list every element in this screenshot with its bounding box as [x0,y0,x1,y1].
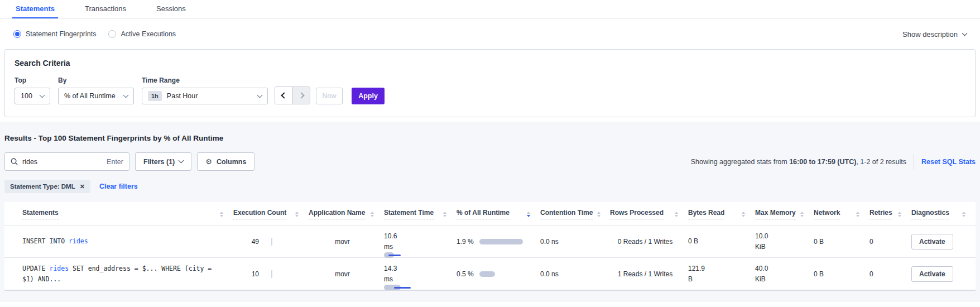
table-name-link[interactable]: rides [49,265,69,272]
application-name-cell: movr [309,232,384,251]
sort-icon[interactable] [597,212,601,217]
application-name-cell: movr [309,265,384,284]
header-max-memory[interactable]: Max Memory [755,202,814,225]
header-diagnostics[interactable]: Diagnostics [911,202,976,225]
max-memory-cell: 40.0 KiB [755,258,814,290]
sort-icon[interactable] [443,212,446,217]
enter-hint: Enter [107,158,123,166]
search-input[interactable] [22,158,89,166]
chevron-down-icon [257,92,263,98]
radio-label: Statement Fingerprints [26,30,96,38]
now-button[interactable]: Now [316,88,343,104]
by-value: % of All Runtime [64,92,116,100]
sort-icon[interactable] [675,212,678,217]
columns-label: Columns [217,158,246,166]
gear-icon: ⚙ [205,157,212,166]
radio-selected-icon [13,30,21,38]
diagnostics-cell: Activate [911,228,976,255]
sort-icon[interactable] [295,212,299,217]
aggregated-stats-text: Showing aggregated stats from 16:00 to 1… [691,158,906,166]
show-description-toggle[interactable]: Show description [902,30,967,39]
statements-table: Statements Execution Count Application N… [4,202,976,291]
search-criteria-fields: Top 100 By % of All Runtime Time Range 1… [15,76,965,104]
search-criteria-card: Search Criteria Top 100 By % of All Runt… [4,49,976,117]
time-range-select[interactable]: 1h Past Hour [142,88,268,104]
next-time-button[interactable] [292,87,310,104]
header-application-name[interactable]: Application Name [309,202,384,225]
sort-icon[interactable] [962,212,965,217]
reset-sql-stats-link[interactable]: Reset SQL Stats [921,158,976,166]
time-range-value: Past Hour [167,92,198,100]
tab-bar: Statements Transactions Sessions [0,0,980,19]
chevron-down-icon [179,158,184,164]
filter-chip-statement-type[interactable]: Statement Type: DML ✕ [4,180,90,193]
search-icon [11,158,18,165]
time-range-badge: 1h [148,91,162,101]
max-memory-cell: 10.0 KiB [755,226,814,257]
filters-label: Filters (1) [143,158,175,166]
radio-statement-fingerprints[interactable]: Statement Fingerprints [13,30,96,38]
chevron-down-icon [962,30,968,36]
show-description-label: Show description [902,30,958,39]
columns-button[interactable]: ⚙ Columns [197,152,254,171]
header-execution-count[interactable]: Execution Count [233,202,309,225]
header-rows-processed[interactable]: Rows Processed [610,202,688,225]
by-label: By [58,76,142,84]
bytes-read-cell: 121.9 B [688,258,755,290]
top-label: Top [15,76,58,84]
previous-time-button[interactable] [275,87,292,104]
tab-statements[interactable]: Statements [12,0,58,18]
by-field: By % of All Runtime [58,76,142,104]
stats-time-range: 16:00 to 17:59 (UTC) [789,158,856,166]
header-network[interactable]: Network [814,202,869,225]
statement-time-cell: 10.6 ms [384,226,457,257]
retries-cell: 0 [869,232,911,251]
header-statement-time[interactable]: Statement Time [384,202,457,225]
bytes-read-cell: 0 B [688,231,755,252]
runtime-bar [479,271,495,277]
search-box[interactable]: Enter [4,152,129,171]
radio-active-executions[interactable]: Active Executions [108,30,176,38]
chevron-down-icon [123,92,129,98]
top-value: 100 [21,92,32,100]
contention-time-cell: 0.0 ns [540,265,610,284]
sort-icon[interactable] [800,212,804,217]
sort-icon[interactable] [371,212,374,217]
chevron-right-icon [298,92,304,98]
by-select[interactable]: % of All Runtime [58,88,134,104]
table-name-link[interactable]: rides [69,237,88,245]
header-contention-time[interactable]: Contention Time [540,202,610,225]
time-range-label: Time Range [142,76,268,84]
header-retries[interactable]: Retries [869,202,911,225]
active-filters-row: Statement Type: DML ✕ Clear filters [4,180,976,193]
rows-processed-cell: 1 Reads / 1 Writes [610,265,688,284]
runtime-bar [479,239,523,244]
retries-cell: 0 [869,265,911,284]
top-select[interactable]: 100 [15,88,50,104]
search-criteria-title: Search Criteria [15,59,965,68]
sort-icon[interactable] [898,212,901,217]
header-bytes-read[interactable]: Bytes Read [688,202,755,225]
statement-time-cell: 14.3 ms [384,258,457,290]
close-icon[interactable]: ✕ [80,183,85,190]
header-statements[interactable]: Statements [22,202,233,225]
results-section: Results - Top 100 Statement Fingerprints… [0,122,980,302]
activate-diagnostics-button[interactable]: Activate [911,266,953,282]
filters-button[interactable]: Filters (1) [135,152,191,171]
statement-link[interactable]: INSERT INTO rides [22,231,233,252]
apply-button[interactable]: Apply [352,88,385,104]
activate-diagnostics-button[interactable]: Activate [911,234,953,250]
sort-icon[interactable] [742,212,745,217]
sql-activity-page: Statements Transactions Sessions Stateme… [0,0,980,307]
header-pct-all-runtime[interactable]: % of All Runtime [457,202,540,225]
statement-link[interactable]: UPDATE rides SET end_address = $... WHER… [22,258,233,290]
tab-sessions[interactable]: Sessions [153,0,189,18]
sort-icon[interactable] [856,212,859,217]
tab-transactions[interactable]: Transactions [81,0,129,18]
top-field: Top 100 [15,76,58,104]
sort-icon-active-desc[interactable] [527,212,530,217]
clear-filters-link[interactable]: Clear filters [99,183,138,190]
network-cell: 0 B [814,232,869,251]
sort-icon[interactable] [220,212,223,217]
rows-processed-cell: 0 Reads / 1 Writes [610,232,688,251]
